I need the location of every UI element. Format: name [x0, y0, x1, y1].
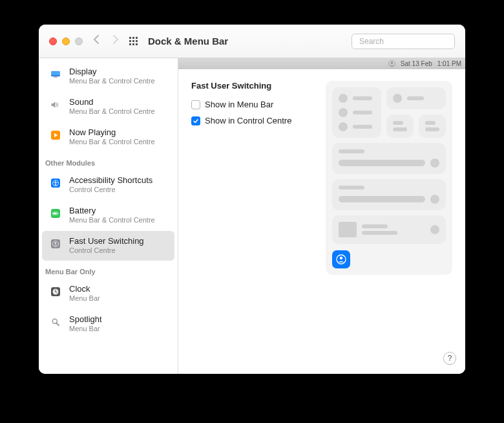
cc-card: [332, 179, 446, 210]
nav-arrows: [93, 34, 119, 48]
sidebar-item-subtitle: Menu Bar & Control Centre: [69, 138, 155, 147]
svg-rect-13: [58, 213, 59, 213]
sidebar-item-fast-user-switching[interactable]: Fast User SwitchingControl Centre: [42, 231, 174, 261]
accessibility-icon: [48, 176, 63, 190]
main-content: Fast User Switching Show in Menu BarShow…: [178, 69, 465, 374]
cc-card: [332, 143, 446, 174]
sidebar-item-sound[interactable]: SoundMenu Bar & Control Centre: [42, 92, 174, 122]
cc-card: [332, 215, 446, 244]
menubar-time: 1:01 PM: [437, 60, 461, 67]
preferences-window: Dock & Menu Bar DisplayMenu Bar & Contro…: [39, 25, 465, 374]
sidebar-item-clock[interactable]: ClockMenu Bar: [42, 279, 174, 309]
checkbox[interactable]: [191, 100, 200, 109]
sidebar-item-title: Clock: [69, 284, 100, 294]
sidebar-section-label: Menu Bar Only: [39, 261, 178, 278]
cc-card: [332, 87, 381, 138]
main-pane: Sat 13 Feb 1:01 PM Fast User Switching S…: [178, 58, 465, 374]
sidebar-item-accessibility-shortcuts[interactable]: Accessibility ShortcutsControl Centre: [42, 170, 174, 200]
cc-card: [386, 87, 446, 109]
sidebar-item-title: Display: [69, 67, 155, 77]
sidebar-item-title: Fast User Switching: [69, 236, 144, 246]
display-icon: [48, 67, 63, 81]
sidebar-section-label: Other Modules: [39, 153, 178, 169]
settings-heading: Fast User Switching: [191, 81, 314, 91]
sidebar-item-subtitle: Menu Bar & Control Centre: [69, 107, 155, 116]
menubar-date: Sat 13 Feb: [401, 60, 432, 67]
checkbox[interactable]: [191, 116, 200, 125]
search-field[interactable]: [352, 34, 455, 49]
sound-icon: [48, 98, 63, 112]
sidebar-item-title: Now Playing: [69, 127, 155, 138]
search-input[interactable]: [359, 37, 456, 46]
show-all-button[interactable]: [129, 37, 138, 45]
preview-column: [326, 81, 452, 362]
user-menu-icon: [388, 60, 395, 67]
svg-point-27: [340, 257, 342, 259]
zoom-button: [75, 38, 83, 45]
sidebar-item-subtitle: Menu Bar & Control Centre: [69, 216, 155, 225]
sidebar-item-subtitle: Menu Bar: [69, 294, 100, 303]
svg-point-17: [55, 242, 57, 244]
battery-icon: [48, 206, 63, 221]
play-icon: [48, 128, 63, 142]
titlebar: Dock & Menu Bar: [39, 25, 465, 58]
users-icon: [48, 237, 63, 251]
svg-rect-5: [54, 77, 58, 78]
svg-line-23: [57, 323, 59, 326]
window-title: Dock & Menu Bar: [148, 36, 228, 47]
sidebar-item-now-playing[interactable]: Now PlayingMenu Bar & Control Centre: [42, 122, 174, 152]
svg-point-25: [391, 62, 393, 64]
svg-point-10: [55, 181, 56, 182]
svg-rect-14: [54, 213, 57, 214]
sidebar-item-subtitle: Control Centre: [69, 246, 144, 255]
option-show-in-menu-bar[interactable]: Show in Menu Bar: [191, 100, 314, 109]
minimize-button[interactable]: [62, 38, 70, 45]
option-label: Show in Menu Bar: [205, 100, 273, 109]
sidebar-item-display[interactable]: DisplayMenu Bar & Control Centre: [42, 61, 174, 91]
spotlight-icon: [48, 315, 63, 329]
back-button[interactable]: [93, 34, 100, 48]
cc-card: [419, 114, 446, 138]
svg-rect-4: [54, 77, 57, 78]
traffic-lights: [49, 38, 83, 45]
settings-column: Fast User Switching Show in Menu BarShow…: [191, 81, 314, 362]
fast-user-switching-icon: [332, 250, 350, 268]
menubar-preview: Sat 13 Feb 1:01 PM: [178, 58, 465, 69]
option-label: Show in Control Centre: [205, 116, 291, 125]
forward-button[interactable]: [112, 34, 119, 48]
window-body: DisplayMenu Bar & Control CentreSoundMen…: [39, 58, 465, 374]
sidebar-item-battery[interactable]: BatteryMenu Bar & Control Centre: [42, 201, 174, 230]
close-button[interactable]: [49, 38, 57, 45]
sidebar[interactable]: DisplayMenu Bar & Control CentreSoundMen…: [39, 58, 178, 374]
sidebar-item-title: Spotlight: [69, 314, 102, 325]
sidebar-item-title: Battery: [69, 206, 155, 216]
sidebar-item-subtitle: Menu Bar & Control Centre: [69, 77, 155, 86]
clock-icon: [48, 285, 63, 299]
sidebar-item-subtitle: Menu Bar: [69, 325, 102, 334]
control-centre-preview: [326, 81, 452, 275]
sidebar-item-title: Accessibility Shortcuts: [69, 175, 152, 186]
cc-card: [386, 114, 414, 138]
sidebar-item-title: Sound: [69, 97, 155, 107]
help-button[interactable]: ?: [443, 352, 456, 365]
option-show-in-control-centre[interactable]: Show in Control Centre: [191, 116, 314, 125]
svg-rect-3: [52, 75, 60, 76]
sidebar-item-spotlight[interactable]: SpotlightMenu Bar: [42, 309, 174, 339]
sidebar-item-subtitle: Control Centre: [69, 186, 152, 195]
svg-rect-6: [52, 103, 54, 106]
